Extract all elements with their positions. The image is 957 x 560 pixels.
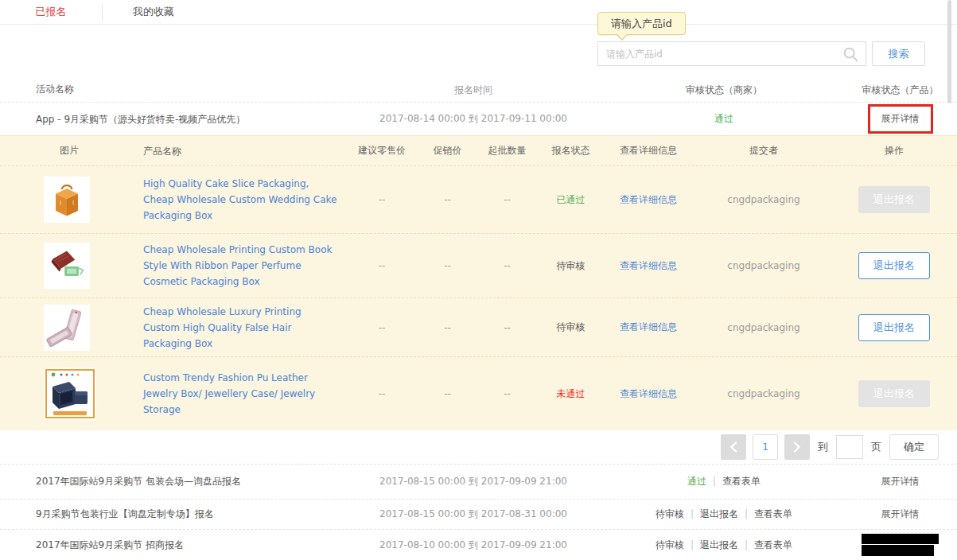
product-id-tooltip: 请输入产品id — [597, 12, 686, 35]
quit-registration-button: 退出报名 — [858, 186, 930, 213]
next-page-button[interactable] — [784, 434, 810, 460]
tab-registered[interactable]: 已报名 — [0, 0, 102, 24]
moq-value: -- — [477, 388, 537, 399]
main-table-header: 活动名称 报名时间 审核状态（商家） 审核状态（产品） — [0, 80, 957, 102]
campaign-status[interactable]: 通过 — [687, 476, 706, 487]
product-image-jewelry-box[interactable] — [44, 368, 96, 420]
submitter-value: cngdpackaging — [692, 194, 835, 205]
confirm-page-button[interactable]: 确定 — [889, 434, 939, 460]
quit-registration-link[interactable]: 退出报名 — [700, 508, 738, 519]
col-reg-status: 报名状态 — [537, 144, 605, 158]
product-subtable: 图片 产品名称 建议零售价 促销价 起批数量 报名状态 查看详细信息 提交者 操… — [0, 135, 957, 430]
promo-price-value: -- — [418, 194, 477, 205]
product-table-header: 图片 产品名称 建议零售价 促销价 起批数量 报名状态 查看详细信息 提交者 操… — [0, 135, 957, 165]
view-details-link[interactable]: 查看详细信息 — [620, 194, 677, 205]
product-status-badge: 待审核 — [557, 260, 585, 271]
tab-registered-label: 已报名 — [36, 5, 67, 19]
campaign-title: App - 9月采购节（源头好货特卖-视频产品优先） — [36, 111, 342, 127]
redaction-bar — [862, 545, 934, 556]
retail-price-value: -- — [346, 388, 418, 399]
red-annotation-box: 展开详情 — [868, 104, 933, 134]
campaign-row: 2017年国际站9月采购节 包装会场—询盘品报名 2017-08-15 00:0… — [0, 464, 957, 499]
product-name-link[interactable]: Custom Trendy Fashion Pu Leather Jewelry… — [143, 372, 315, 415]
moq-value: -- — [477, 322, 537, 333]
search-button[interactable]: 搜索 — [872, 41, 925, 66]
col-registration-time: 报名时间 — [342, 84, 605, 102]
view-details-link[interactable]: 查看详细信息 — [620, 260, 677, 271]
divider: | — [745, 508, 748, 519]
tooltip-text: 请输入产品id — [611, 18, 672, 29]
scrollbar-thumb[interactable] — [947, 0, 951, 103]
submitter-value: cngdpackaging — [692, 322, 835, 333]
collapse-details-link[interactable]: 展开详情 — [881, 113, 920, 124]
col-product-name: 产品名称 — [143, 143, 346, 159]
col-action: 操作 — [835, 144, 953, 158]
divider: | — [691, 539, 694, 550]
campaign-title: 2017年国际站9月采购节 包装会场—询盘品报名 — [36, 471, 342, 492]
campaign-time: 2017-08-14 00:00 到 2017-09-11 00:00 — [342, 112, 605, 126]
retail-price-value: -- — [346, 260, 418, 271]
expand-details-link[interactable]: 展开详情 — [881, 508, 920, 519]
registrations-page: 已报名 我的收藏 请输入产品id 搜索 活动名称 报名时间 审核状态（商家） 审… — [0, 0, 957, 560]
redaction-overlay — [862, 534, 939, 556]
redaction-bar — [862, 534, 939, 544]
col-retail-price: 建议零售价 — [346, 144, 418, 158]
view-details-link[interactable]: 查看详细信息 — [620, 321, 677, 332]
campaign-row: 2017年国际站9月采购节 招商报名 2017-08-10 00:00 到 20… — [0, 529, 957, 560]
product-row: Cheap Wholesale Luxury Printing Custom H… — [0, 298, 957, 356]
product-name-link[interactable]: Cheap Wholesale Luxury Printing Custom H… — [143, 306, 301, 349]
col-promo-price: 促销价 — [418, 144, 477, 158]
campaign-row: 9月采购节包装行业【询盘定制专场】报名 2017-08-15 00:00 到 2… — [0, 499, 957, 529]
campaign-merchant-status[interactable]: 通过 — [714, 113, 733, 124]
campaign-status: 待审核 — [656, 508, 684, 519]
product-status-badge: 待审核 — [557, 321, 585, 332]
promo-price-value: -- — [418, 322, 477, 333]
chevron-right-icon — [793, 441, 801, 453]
campaign-time: 2017-08-10 00:00 到 2017-09-09 21:00 — [342, 539, 605, 552]
col-merchant-status: 审核状态（商家） — [605, 84, 843, 102]
quit-registration-button[interactable]: 退出报名 — [858, 252, 930, 279]
search-box — [597, 41, 866, 66]
page-jump-input[interactable] — [836, 435, 863, 459]
product-image-cake-box[interactable] — [44, 177, 90, 223]
search-input[interactable] — [598, 42, 842, 65]
expand-details-link[interactable]: 展开详情 — [881, 476, 920, 487]
product-name-link[interactable]: High Quality Cake Slice Packaging, Cheap… — [143, 178, 337, 221]
product-row: Custom Trendy Fashion Pu Leather Jewelry… — [0, 356, 957, 430]
quit-registration-link[interactable]: 退出报名 — [700, 539, 738, 550]
quit-registration-button[interactable]: 退出报名 — [858, 314, 930, 341]
campaign-time: 2017-08-15 00:00 到 2017-09-09 21:00 — [342, 475, 605, 488]
product-image-hair-box[interactable] — [44, 305, 90, 351]
product-name-link[interactable]: Cheap Wholesale Printing Custom Book Sty… — [143, 244, 332, 287]
current-page[interactable]: 1 — [753, 434, 778, 460]
search-icon — [842, 45, 859, 63]
product-image-book-box[interactable] — [44, 243, 90, 289]
divider: | — [713, 476, 716, 487]
tab-favorites[interactable]: 我的收藏 — [103, 0, 204, 24]
campaign-row-expanded: App - 9月采购节（源头好货特卖-视频产品优先） 2017-08-14 00… — [0, 102, 957, 135]
product-status-badge: 未通过 — [557, 388, 585, 399]
tab-favorites-label: 我的收藏 — [133, 5, 174, 19]
chevron-left-icon — [729, 441, 737, 453]
col-moq: 起批数量 — [477, 144, 537, 158]
product-row: Cheap Wholesale Printing Custom Book Sty… — [0, 233, 957, 298]
view-form-link[interactable]: 查看表单 — [754, 539, 792, 550]
tab-bar: 已报名 我的收藏 — [0, 0, 957, 25]
submitter-value: cngdpackaging — [692, 388, 835, 399]
col-product-status: 审核状态（产品） — [843, 84, 957, 102]
quit-registration-button: 退出报名 — [858, 380, 930, 407]
campaign-title: 9月采购节包装行业【询盘定制专场】报名 — [36, 504, 342, 525]
view-details-link[interactable]: 查看详细信息 — [620, 388, 677, 399]
col-image: 图片 — [44, 144, 143, 158]
promo-price-value: -- — [418, 388, 477, 399]
product-status-badge: 已通过 — [557, 194, 585, 205]
col-activity-name: 活动名称 — [36, 81, 342, 102]
view-form-link[interactable]: 查看表单 — [722, 476, 761, 487]
col-submitter: 提交者 — [692, 144, 835, 158]
prev-page-button[interactable] — [721, 434, 746, 460]
jump-to-label: 到 — [818, 440, 828, 454]
divider: | — [691, 508, 694, 519]
view-form-link[interactable]: 查看表单 — [754, 508, 792, 519]
moq-value: -- — [477, 194, 537, 205]
pagination: 1 到 页 确定 — [0, 430, 957, 464]
